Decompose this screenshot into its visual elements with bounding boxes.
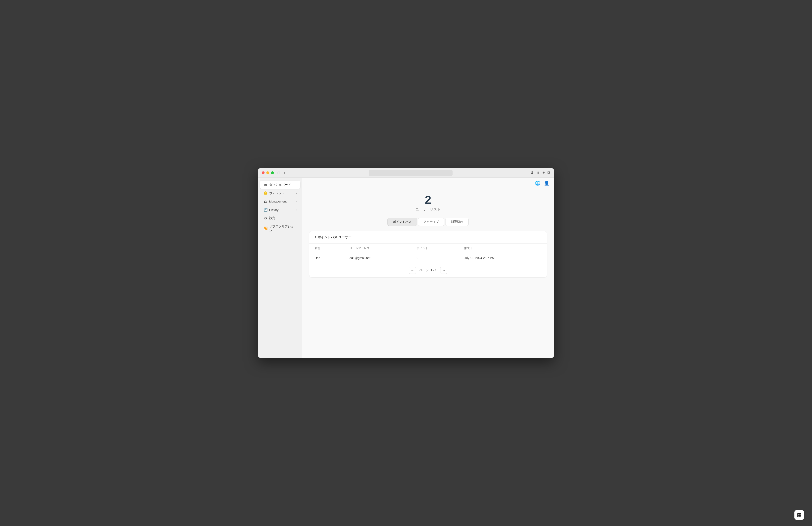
forward-button[interactable]: › [288,170,290,175]
chevron-right-icon: › [296,209,297,211]
cell-email: da1@gmail.net [344,253,411,263]
qr-icon: ▦ [797,512,802,518]
subscription-icon: 🔁 [263,227,267,230]
cell-name: Das [309,253,344,263]
sidebar-item-label: ダッシュボード [269,183,297,187]
tab-expired[interactable]: 期限切れ [445,218,469,226]
sidebar: ⊞ ダッシュボード 🪙 ウォレット › 🗂 Management › 🔄 His… [258,178,302,358]
close-button[interactable] [262,171,264,174]
settings-icon: ⚙ [263,216,267,220]
cell-points: 0 [411,253,459,263]
tab-active[interactable]: アクティブ [418,218,445,226]
prev-page-button[interactable]: ← [409,267,416,274]
sidebar-item-wallet[interactable]: 🪙 ウォレット › [260,189,300,197]
download-icon[interactable]: ⬇ [531,170,534,175]
cell-created: July 11, 2024 2:07 PM [459,253,547,263]
col-name: 名前 [309,244,344,253]
minimize-button[interactable] [266,171,269,174]
add-tab-icon[interactable]: + [542,170,545,175]
globe-icon-button[interactable]: 🌐 [534,180,541,187]
navigation-controls: ⊡ ‹ › [276,170,291,175]
table-head: 名前 メールアドレス ポイント 作成日 [309,244,547,253]
sidebar-item-settings[interactable]: ⚙ 設定 [260,214,300,222]
titlebar-search-container [291,170,531,176]
user-count: 2 [309,194,547,206]
sidebar-item-history[interactable]: 🔄 History › [260,206,300,214]
tab-pointpass[interactable]: ポイントパス [388,218,417,226]
sidebar-item-label: ウォレット [269,191,294,195]
pagination: ← ページ 1 - 1 → [309,263,547,278]
back-button[interactable]: ‹ [283,170,286,175]
management-icon: 🗂 [263,200,267,203]
chevron-right-icon: › [296,200,297,203]
sidebar-item-subscription[interactable]: 🔁 サブスクリプション [260,223,300,234]
col-created: 作成日 [459,244,547,253]
sidebar-item-management[interactable]: 🗂 Management › [260,198,300,205]
wallet-icon: 🪙 [263,191,267,195]
col-email: メールアドレス [344,244,411,253]
main-content: 2 ユーザーリスト ポイントパス アクティブ 期限切れ 1 ポイントパス ユーザ… [302,187,554,358]
page-range: 1 - 1 [431,268,437,272]
windows-icon[interactable]: ⧉ [548,170,550,175]
titlebar: ⊡ ‹ › ⬇ ⬆ + ⧉ [258,168,554,178]
chevron-right-icon: › [296,192,297,195]
next-page-button[interactable]: → [440,267,447,274]
sidebar-item-label: サブスクリプション [269,225,297,232]
sidebar-toggle-button[interactable]: ⊡ [276,170,281,175]
page-info: ページ 1 - 1 [419,268,437,272]
col-points: ポイント [411,244,459,253]
main-layout: ⊞ ダッシュボード 🪙 ウォレット › 🗂 Management › 🔄 His… [258,178,554,358]
table-header-row: 名前 メールアドレス ポイント 作成日 [309,244,547,253]
page-text: ページ [419,268,429,272]
user-icon-button[interactable]: 👤 [543,180,550,187]
sidebar-item-label: 設定 [269,216,297,220]
table-row[interactable]: Das da1@gmail.net 0 July 11, 2024 2:07 P… [309,253,547,263]
top-right-bar: 🌐 👤 [302,178,554,187]
share-icon[interactable]: ⬆ [536,170,540,175]
dashboard-icon: ⊞ [263,183,267,187]
tabs-container: ポイントパス アクティブ 期限切れ [309,218,547,226]
sidebar-item-label: History [269,208,294,212]
sidebar-item-dashboard[interactable]: ⊞ ダッシュボード [260,181,300,189]
search-input[interactable] [369,170,452,176]
content-wrapper: 🌐 👤 2 ユーザーリスト ポイントパス アクティブ 期限切れ [302,178,554,358]
maximize-button[interactable] [271,171,274,174]
traffic-lights [262,171,274,174]
sidebar-item-label: Management [269,200,294,203]
table-section-title: 1 ポイントパス ユーザー [309,231,547,244]
page-header: 2 ユーザーリスト [309,194,547,212]
table-body: Das da1@gmail.net 0 July 11, 2024 2:07 P… [309,253,547,263]
history-icon: 🔄 [263,208,267,212]
titlebar-right-controls: ⬇ ⬆ + ⧉ [531,170,550,175]
users-table: 名前 メールアドレス ポイント 作成日 Das da1@gmail.net 0 [309,244,547,263]
qr-code-button[interactable]: ▦ [794,510,804,520]
page-subtitle: ユーザーリスト [309,207,547,212]
table-card: 1 ポイントパス ユーザー 名前 メールアドレス ポイント 作成日 [309,231,547,278]
